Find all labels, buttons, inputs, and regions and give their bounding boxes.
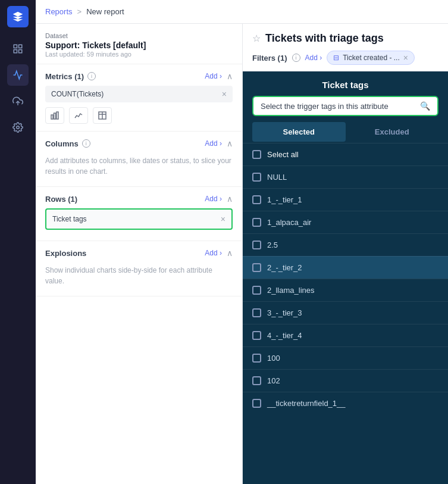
metrics-collapse-icon[interactable]: ∧ xyxy=(227,71,233,81)
tag-list-item-100[interactable]: 100 xyxy=(243,346,448,369)
filter-chip-label: Ticket created - ... xyxy=(343,54,400,62)
rows-title-row: Rows (1) xyxy=(45,195,77,204)
checkbox-1-alpaca-air[interactable] xyxy=(252,218,261,227)
dataset-updated: Last updated: 59 minutes ago xyxy=(45,51,233,58)
tag-list-item-1-alpaca-air[interactable]: 1_alpaca_air xyxy=(243,211,448,233)
row-tag-remove-button[interactable]: × xyxy=(221,214,225,224)
breadcrumb-separator: > xyxy=(77,7,82,16)
dropdown-panel: Ticket tags 🔍 Selected Excluded xyxy=(243,71,448,484)
tabs-row: Selected Excluded xyxy=(252,122,438,142)
tab-excluded[interactable]: Excluded xyxy=(346,122,439,142)
explosions-placeholder: Show individual charts side-by-side for … xyxy=(45,263,233,289)
columns-collapse-icon[interactable]: ∧ xyxy=(227,139,233,148)
tag-list-item-4-tier-4[interactable]: 4_-_tier_4 xyxy=(243,324,448,346)
metrics-add-button[interactable]: Add › xyxy=(205,72,222,80)
table-icon[interactable] xyxy=(93,107,112,124)
tag-list-item-select-all[interactable]: Select all xyxy=(243,143,448,166)
svg-rect-1 xyxy=(19,45,22,48)
tag-list: Select all NULL 1_-_tier_1 1_alpaca_air xyxy=(243,143,448,484)
report-title-row: ☆ Tickets with triage tags xyxy=(252,32,438,45)
main-content: Reports > New report Dataset Support: Ti… xyxy=(36,0,448,484)
nav-home[interactable] xyxy=(7,38,29,60)
report-title: Tickets with triage tags xyxy=(265,32,384,45)
tag-list-item-3-tier-3[interactable]: 3_-_tier_3 xyxy=(243,301,448,324)
columns-add-button[interactable]: Add › xyxy=(205,139,222,148)
line-chart-icon[interactable] xyxy=(69,107,88,124)
checkbox-100[interactable] xyxy=(252,354,261,363)
nav-analytics[interactable] xyxy=(7,64,29,86)
nav-settings[interactable] xyxy=(7,117,29,138)
tag-list-item-2-tier-2[interactable]: 2_-_tier_2 xyxy=(243,256,448,279)
tag-label-null: NULL xyxy=(267,173,287,182)
tag-label-3-tier-3: 3_-_tier_3 xyxy=(267,308,302,317)
checkbox-2-5[interactable] xyxy=(252,241,261,249)
tag-list-item-1-tier-1[interactable]: 1_-_tier_1 xyxy=(243,188,448,211)
dataset-label: Dataset xyxy=(45,32,233,39)
rows-title: Rows (1) xyxy=(45,195,77,204)
explosions-header: Explosions Add › ∧ xyxy=(45,248,233,258)
tag-label-2-llama-lines: 2_llama_lines xyxy=(267,286,315,295)
metric-remove-button[interactable]: × xyxy=(222,89,227,99)
top-bar: Reports > New report xyxy=(36,0,448,24)
tag-label-2-5: 2.5 xyxy=(267,241,278,249)
search-input[interactable] xyxy=(261,102,415,111)
svg-rect-6 xyxy=(51,115,53,119)
explosions-section: Explosions Add › ∧ Show individual chart… xyxy=(36,241,242,296)
tag-list-item-2-llama-lines[interactable]: 2_llama_lines xyxy=(243,279,448,301)
tab-selected[interactable]: Selected xyxy=(252,122,346,142)
svg-rect-0 xyxy=(14,45,17,48)
tag-list-item-2-5[interactable]: 2.5 xyxy=(243,233,448,256)
bar-chart-icon[interactable] xyxy=(45,107,64,124)
rows-header: Rows (1) Add › ∧ xyxy=(45,194,233,204)
columns-title: Columns xyxy=(45,139,79,148)
add-filter-button[interactable]: Add › xyxy=(305,54,322,62)
columns-title-row: Columns i xyxy=(45,139,90,148)
columns-section: Columns i Add › ∧ Add attributes to colu… xyxy=(36,132,242,187)
checkbox-select-all[interactable] xyxy=(252,150,261,159)
filters-info-icon[interactable]: i xyxy=(292,54,300,62)
checkbox-2-llama-lines[interactable] xyxy=(252,286,261,295)
svg-rect-7 xyxy=(54,113,56,119)
checkbox-null[interactable] xyxy=(252,173,261,182)
checkbox-102[interactable] xyxy=(252,376,261,385)
checkbox-4-tier-4[interactable] xyxy=(252,331,261,340)
svg-rect-3 xyxy=(19,50,22,53)
metric-label: COUNT(Tickets) xyxy=(51,90,104,98)
metrics-header: Metrics (1) i Add › ∧ xyxy=(45,71,233,81)
tag-list-item-ticketreturnfield[interactable]: __ticketreturnfield_1__ xyxy=(243,392,448,414)
checkbox-3-tier-3[interactable] xyxy=(252,308,261,317)
svg-point-5 xyxy=(17,126,20,129)
metrics-title: Metrics (1) xyxy=(45,72,84,81)
metrics-section: Metrics (1) i Add › ∧ COUNT(Tickets) × xyxy=(36,64,242,132)
rows-add-button[interactable]: Add › xyxy=(205,195,222,203)
star-icon[interactable]: ☆ xyxy=(252,33,261,44)
nav-upload[interactable] xyxy=(7,90,29,112)
metrics-info-icon[interactable]: i xyxy=(87,72,96,80)
row-tag-ticket-tags[interactable]: Ticket tags × xyxy=(45,208,233,230)
tag-label-select-all: Select all xyxy=(267,150,299,159)
tag-label-ticketreturnfield: __ticketreturnfield_1__ xyxy=(267,399,346,408)
tag-label-100: 100 xyxy=(267,354,280,363)
explosions-title-row: Explosions xyxy=(45,249,86,258)
tag-label-102: 102 xyxy=(267,376,280,385)
tag-list-item-102[interactable]: 102 xyxy=(243,369,448,392)
checkbox-ticketreturnfield[interactable] xyxy=(252,399,261,408)
tag-label-2-tier-2: 2_-_tier_2 xyxy=(267,263,302,272)
search-row: 🔍 xyxy=(243,96,448,122)
rows-collapse-icon[interactable]: ∧ xyxy=(227,194,233,204)
content-area: Dataset Support: Tickets [default] Last … xyxy=(36,24,448,484)
tag-list-item-null[interactable]: NULL xyxy=(243,166,448,188)
explosions-title: Explosions xyxy=(45,249,86,258)
checkbox-1-tier-1[interactable] xyxy=(252,195,261,204)
columns-info-icon[interactable]: i xyxy=(82,139,90,148)
checkbox-2-tier-2[interactable] xyxy=(252,263,261,272)
right-panel: ☆ Tickets with triage tags Filters (1) i… xyxy=(243,24,448,484)
columns-placeholder: Add attributes to columns, like dates or… xyxy=(45,153,233,179)
filter-chip-ticket-created[interactable]: ⊟ Ticket created - ... × xyxy=(327,51,415,65)
breadcrumb-reports[interactable]: Reports xyxy=(45,7,73,16)
explosions-add-button[interactable]: Add › xyxy=(205,249,222,257)
explosions-collapse-icon[interactable]: ∧ xyxy=(227,248,233,258)
tag-label-4-tier-4: 4_-_tier_4 xyxy=(267,331,302,340)
filters-row: Filters (1) i Add › ⊟ Ticket created - .… xyxy=(252,51,438,65)
filter-chip-remove[interactable]: × xyxy=(403,53,408,63)
